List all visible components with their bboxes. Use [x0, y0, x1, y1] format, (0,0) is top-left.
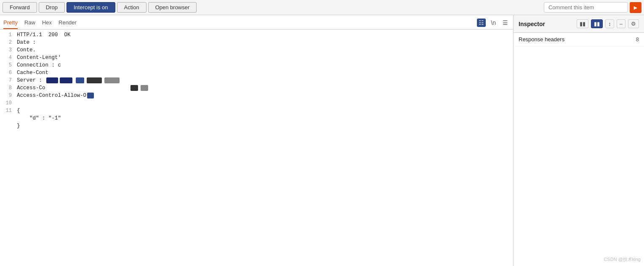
line-text: Cache-Cont	[17, 70, 48, 76]
intercept-button[interactable]: Intercept is on	[67, 2, 115, 13]
main-area: Pretty Raw Hex Render ☷ \n ☰ 1 HTTP/1.1 …	[0, 15, 644, 266]
code-line-6: 6 Cache-Cont	[0, 70, 513, 77]
tab-render[interactable]: Render	[59, 18, 77, 29]
line-number: 8	[3, 85, 12, 91]
line-number: 10	[3, 100, 12, 106]
code-line-5: 5 Connection : c	[0, 62, 513, 70]
code-line-9: 9 Access-Control-Allow-O	[0, 93, 513, 100]
code-line-12: "d" : "-1"	[0, 115, 513, 123]
response-headers-row[interactable]: Response headers 8	[514, 33, 644, 46]
line-text: Access-Control-Allow-O	[17, 93, 95, 98]
toolbar: Forward Drop Intercept is on Action Open…	[0, 0, 644, 15]
newline-icon-button[interactable]: \n	[489, 19, 498, 27]
tab-icons: ☷ \n ☰	[477, 19, 510, 29]
code-line-3: 3 Conte.	[0, 47, 513, 55]
drop-button[interactable]: Drop	[39, 2, 65, 13]
code-line-1: 1 HTTP/1.1 200 OK	[0, 32, 513, 40]
code-line-13: }	[0, 123, 513, 130]
line-number: 5	[3, 62, 12, 68]
inspector-header: Inspector ▮▮ ▮▮ ↕ – ⚙	[514, 15, 644, 33]
line-number: 9	[3, 93, 12, 98]
line-text: {	[17, 108, 20, 114]
open-browser-button[interactable]: Open browser	[148, 2, 197, 13]
tab-hex[interactable]: Hex	[42, 18, 52, 29]
line-text: Access-Co	[17, 85, 149, 91]
menu-icon-button[interactable]: ☰	[501, 19, 510, 27]
right-panel: Inspector ▮▮ ▮▮ ↕ – ⚙ Response headers 8	[514, 15, 644, 266]
inspector-settings-button[interactable]: ⚙	[628, 19, 639, 28]
line-number: 3	[3, 47, 12, 53]
code-line-4: 4 Content-Lengt'	[0, 55, 513, 62]
inspector-title: Inspector	[519, 21, 574, 27]
code-line-2: 2 Date :	[0, 40, 513, 47]
line-text: Content-Lengt'	[17, 55, 61, 61]
code-line-8: 8 Access-Co	[0, 85, 513, 93]
line-text: Server :	[17, 77, 120, 83]
action-button[interactable]: Action	[117, 2, 146, 13]
left-panel: Pretty Raw Hex Render ☷ \n ☰ 1 HTTP/1.1 …	[0, 15, 514, 266]
inspector-collapse-button[interactable]: ↕	[605, 19, 614, 28]
line-text: Connection : c	[17, 62, 61, 68]
line-text: Date :	[17, 40, 36, 45]
watermark: CSDN @技术king	[604, 256, 641, 263]
tab-raw[interactable]: Raw	[24, 18, 35, 29]
code-line-11: 11 {	[0, 108, 513, 115]
line-number: 2	[3, 40, 12, 45]
line-text: }	[17, 123, 20, 129]
text-view-icon-button[interactable]: ☷	[477, 19, 486, 27]
send-icon-button[interactable]: ►	[630, 2, 641, 13]
code-line-7: 7 Server :	[0, 77, 513, 85]
tab-bar: Pretty Raw Hex Render ☷ \n ☰	[0, 15, 513, 29]
response-headers-label: Response headers	[519, 36, 636, 43]
code-line-10: 10	[0, 100, 513, 108]
tab-pretty[interactable]: Pretty	[3, 18, 18, 29]
comment-input[interactable]	[544, 2, 628, 13]
line-number: 7	[3, 77, 12, 83]
line-number: 6	[3, 70, 12, 76]
line-text: "d" : "-1"	[17, 115, 61, 121]
line-number: 1	[3, 32, 12, 38]
line-number: 11	[3, 108, 12, 114]
response-headers-count: 8	[636, 36, 639, 43]
inspector-list-button[interactable]: ▮▮	[591, 19, 603, 28]
line-text: HTTP/1.1 200 OK	[17, 32, 71, 38]
forward-button[interactable]: Forward	[3, 2, 37, 13]
code-area[interactable]: 1 HTTP/1.1 200 OK 2 Date : 3 Conte. 4 Co…	[0, 29, 513, 266]
inspector-minimize-button[interactable]: –	[617, 19, 625, 28]
line-number: 4	[3, 55, 12, 61]
line-text: Conte.	[17, 47, 36, 53]
inspector-grid-button[interactable]: ▮▮	[577, 19, 588, 28]
